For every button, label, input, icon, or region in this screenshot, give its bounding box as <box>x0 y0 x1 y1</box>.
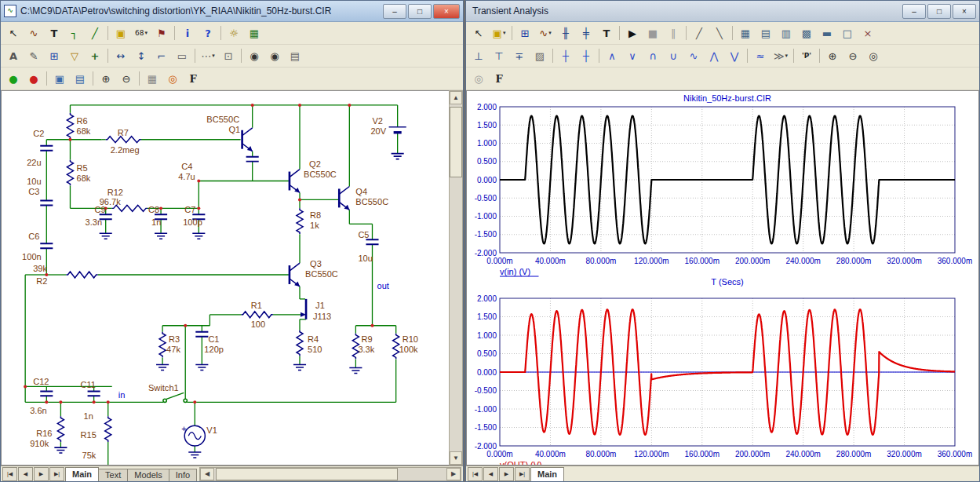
component-mode-icon[interactable]: ∿ <box>24 24 43 42</box>
baseline-icon[interactable]: ▬ <box>818 24 836 42</box>
vertical-scrollbar[interactable]: ▲ ▼ <box>449 90 463 466</box>
go-to-branch-icon[interactable]: ▨ <box>530 47 549 65</box>
close-button[interactable]: × <box>433 4 460 19</box>
cursor-track-icon[interactable]: ╲ <box>710 24 729 42</box>
flip-vertical-icon[interactable]: ↕ <box>132 47 151 65</box>
global-high-icon[interactable]: ⋀ <box>705 47 723 65</box>
tab-scroll-last-icon[interactable]: ▶| <box>515 467 530 481</box>
plot-area[interactable]: Nikitin_50Hz-burst.CIR2.0001.5001.0000.5… <box>466 90 979 466</box>
tab-scroll-first-icon[interactable]: |◀ <box>468 467 483 481</box>
scroll-left-icon[interactable]: ◀ <box>200 468 214 480</box>
cursor-mode-icon[interactable]: ∿▾ <box>536 24 555 42</box>
token-labels-icon[interactable]: ▤ <box>756 24 775 42</box>
grid-dots-icon[interactable]: ⋯▾ <box>199 47 217 65</box>
page-outline-icon[interactable]: □ <box>838 24 857 42</box>
select-mode-icon[interactable]: ↖ <box>4 24 23 42</box>
tab-scroll-next-icon[interactable]: ▶ <box>34 467 49 481</box>
maximize-button[interactable]: □ <box>927 4 951 19</box>
maximize-button[interactable]: □ <box>408 4 432 19</box>
fanout-icon[interactable]: ▽ <box>65 47 84 65</box>
zoom-in-icon[interactable]: ⊕ <box>823 47 842 65</box>
open-files-icon[interactable]: ▦ <box>143 70 162 88</box>
flag-icon[interactable]: ⚑ <box>152 24 171 42</box>
tab-scroll-last-icon[interactable]: ▶| <box>49 467 64 481</box>
copy-icon[interactable]: ▣ <box>50 70 69 88</box>
copy-page-icon[interactable]: ▤ <box>71 70 89 88</box>
font-icon[interactable]: F <box>490 70 508 88</box>
tab-scroll-prev-icon[interactable]: ◀ <box>483 467 498 481</box>
scale-mode-icon[interactable]: ⊞ <box>516 24 534 42</box>
help-donut-icon[interactable]: ◎ <box>163 70 182 88</box>
edit-icon[interactable]: ✎ <box>24 47 43 65</box>
picture-icon[interactable]: ▦ <box>245 24 264 42</box>
smooth-icon[interactable]: ≈ <box>751 47 770 65</box>
title-bar[interactable]: ∿ C:\MC9\DATA\Petrov\switching distortio… <box>1 1 463 22</box>
animate-icon[interactable]: ≫▾ <box>771 47 790 65</box>
find-icon[interactable]: ◉ <box>245 47 264 65</box>
tab-main[interactable]: Main <box>530 467 564 481</box>
peak-icon[interactable]: ∧ <box>603 47 621 65</box>
text-mode-icon[interactable]: T <box>597 24 616 42</box>
inflection-icon[interactable]: ∿ <box>684 47 703 65</box>
stop-icon[interactable]: ■ <box>643 24 662 42</box>
zoom-out-icon[interactable]: ⊖ <box>117 70 136 88</box>
minimize-button[interactable]: – <box>383 4 406 19</box>
region-box-icon[interactable]: ⊡ <box>219 47 238 65</box>
schematic-canvas[interactable]: C222uR668kR72.2megR568k10uC3C6100n39kR2R… <box>1 90 449 466</box>
close-button[interactable]: × <box>953 4 976 19</box>
attribute-text-icon[interactable]: A <box>4 47 23 65</box>
zoom-in-icon[interactable]: ⊕ <box>97 70 115 88</box>
slope-icon[interactable]: ╱ <box>690 24 709 42</box>
annotation-icon[interactable]: ▣▾ <box>490 24 508 42</box>
cursor-right-icon[interactable]: ┼ <box>577 47 596 65</box>
scroll-down-icon[interactable]: ▼ <box>450 451 462 465</box>
scroll-right-icon[interactable]: ▶ <box>446 468 461 480</box>
tab-scroll-next-icon[interactable]: ▶ <box>499 467 514 481</box>
ruler-icon[interactable]: ▥ <box>777 24 796 42</box>
global-low-icon[interactable]: ⋁ <box>725 47 744 65</box>
run-analysis-icon[interactable]: ● <box>4 70 23 88</box>
vertical-scroll-thumb[interactable] <box>450 107 462 177</box>
horizontal-scroll-thumb[interactable] <box>216 468 398 480</box>
font-icon[interactable]: F <box>184 70 202 88</box>
help-point-icon[interactable]: ? <box>199 24 217 42</box>
vertical-scroll-track[interactable] <box>450 104 462 451</box>
go-to-y-icon[interactable]: ∓ <box>510 47 529 65</box>
go-to-x-icon[interactable]: ⊤ <box>490 47 508 65</box>
run-icon[interactable]: ▶ <box>623 24 642 42</box>
data-points-icon[interactable]: ▦ <box>736 24 755 42</box>
add-part-icon[interactable]: + <box>86 47 104 65</box>
tab-scroll-first-icon[interactable]: |◀ <box>2 467 17 481</box>
cursor-left-icon[interactable]: ┼ <box>556 47 575 65</box>
tab-info[interactable]: Info <box>169 469 197 481</box>
rotate-icon[interactable]: ⌐ <box>152 47 171 65</box>
vertical-tag-icon[interactable]: ╪ <box>577 24 596 42</box>
tab-models[interactable]: Models <box>127 469 169 481</box>
label-p-icon[interactable]: 'P' <box>797 47 816 65</box>
horizontal-tag-icon[interactable]: ╫ <box>556 24 575 42</box>
title-bar[interactable]: Transient Analysis –□× <box>466 1 979 22</box>
find-next-icon[interactable]: ◉ <box>265 47 284 65</box>
diagonal-wire-icon[interactable]: ╱ <box>86 24 104 42</box>
tab-scroll-prev-icon[interactable]: ◀ <box>18 467 33 481</box>
tab-main[interactable]: Main <box>65 467 99 481</box>
plus-marks-icon[interactable]: ▩ <box>797 24 816 42</box>
flip-horizontal-icon[interactable]: ↔ <box>111 47 130 65</box>
close-plot-icon[interactable]: × <box>858 24 877 42</box>
part-list-icon[interactable]: 68▾ <box>132 24 151 42</box>
text-mode-icon[interactable]: T <box>45 24 64 42</box>
select-mode-icon[interactable]: ↖ <box>469 24 488 42</box>
minimize-button[interactable]: – <box>902 4 926 19</box>
scroll-up-icon[interactable]: ▲ <box>450 91 462 104</box>
zoom-out-icon[interactable]: ⊖ <box>843 47 862 65</box>
help-donut-icon[interactable]: ◎ <box>469 70 488 88</box>
wire-mode-icon[interactable]: ┐ <box>65 24 84 42</box>
stop-analysis-icon[interactable]: ● <box>24 70 43 88</box>
valley-icon[interactable]: ∨ <box>623 47 642 65</box>
go-to-performance-icon[interactable]: ⊥ <box>469 47 488 65</box>
horizontal-scroll-track[interactable] <box>214 468 446 480</box>
low-icon[interactable]: ∪ <box>664 47 683 65</box>
annotation-icon[interactable]: ▣ <box>111 24 130 42</box>
repeat-last-icon[interactable]: ▤ <box>286 47 304 65</box>
pause-icon[interactable]: ∥ <box>664 24 683 42</box>
